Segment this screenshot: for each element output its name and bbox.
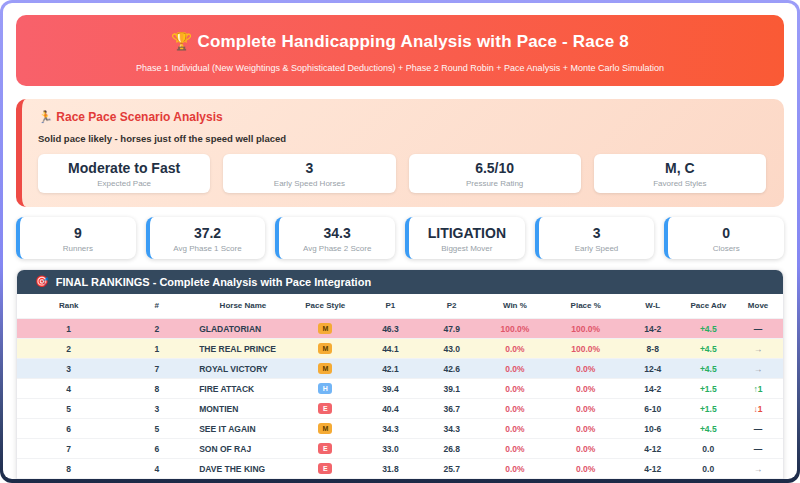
pace-card-label: Pressure Rating [413,179,577,188]
table-row: 5 3 MONTIEN E 40.4 36.7 0.0% 0.0% 6-10 +… [17,399,783,419]
rank-cell: 6 [17,419,120,439]
pace-style-cell: M [293,339,358,359]
move-indicator: ↑1 [754,384,763,394]
p2-cell: 47.9 [423,319,480,339]
wl-cell: 0-16 [622,479,683,480]
page-title: 🏆 Complete Handicapping Analysis with Pa… [26,31,774,52]
p1-cell: 46.3 [358,319,423,339]
p1-cell: 23.2 [358,479,423,480]
pace-card-label: Favored Styles [598,179,762,188]
pace-style-badge: M [318,423,332,434]
number-cell: 1 [120,339,193,359]
pace-style-cell: H [293,479,358,480]
pace-adv-cell: +4.5 [683,419,733,439]
move-indicator: — [754,444,763,454]
stat-label: Runners [22,244,134,253]
pace-card-value: 3 [227,160,391,176]
number-cell: 4 [120,459,193,479]
pace-style-cell: M [293,319,358,339]
p2-cell: 42.6 [423,359,480,379]
pace-scenario-section: 🏃 Race Pace Scenario Analysis Solid pace… [16,99,784,207]
stat-card-early-speed: 3 Early Speed [535,217,655,259]
pace-style-badge: E [318,463,332,474]
move-cell: — [733,419,783,439]
table-row: 3 7 ROYAL VICTORY M 42.1 42.6 0.0% 0.0% … [17,359,783,379]
column-header-pace-adv: Pace Adv [683,294,733,319]
pace-card-value: Moderate to Fast [42,160,206,176]
wl-cell: 4-12 [622,439,683,459]
stat-card-avg-phase1: 37.2 Avg Phase 1 Score [146,217,266,259]
win-pct-cell: 0.0% [480,439,549,459]
wl-cell: 6-10 [622,399,683,419]
column-header-move: Move [733,294,783,319]
place-pct-cell: 100.0% [549,319,622,339]
pace-section-title: 🏃 Race Pace Scenario Analysis [38,110,766,124]
number-cell: 2 [120,319,193,339]
table-row: 6 5 SEE IT AGAIN M 34.3 34.3 0.0% 0.0% 1… [17,419,783,439]
stat-value: 3 [541,225,653,241]
move-indicator: → [754,464,763,474]
pace-card-favored-styles: M, C Favored Styles [594,154,766,193]
p2-cell: 34.3 [423,419,480,439]
number-cell: 9 [120,479,193,480]
pace-style-badge: M [318,343,332,354]
pace-adv-cell: +4.5 [683,339,733,359]
pace-card-expected-pace: Moderate to Fast Expected Pace [38,154,210,193]
win-pct-cell: 0.0% [480,359,549,379]
place-pct-cell: 0.0% [549,459,622,479]
stat-value: 9 [22,225,134,241]
pace-adv-cell: 0.0 [683,439,733,459]
stat-value: 37.2 [152,225,264,241]
number-cell: 7 [120,359,193,379]
pace-style-cell: H [293,379,358,399]
move-cell: → [733,459,783,479]
rank-cell: 7 [17,439,120,459]
column-header-number: # [120,294,193,319]
move-cell: → [733,359,783,379]
stat-card-runners: 9 Runners [16,217,136,259]
page: 🏆 Complete Handicapping Analysis with Pa… [3,3,797,479]
stat-value: LITIGATION [411,225,523,241]
move-indicator: ↓1 [754,404,763,414]
p1-cell: 42.1 [358,359,423,379]
stat-label: Biggest Mover [411,244,523,253]
horse-name-cell: FIRE ATTACK [193,379,293,399]
horse-name-cell: ROYAL VICTORY [193,359,293,379]
p1-cell: 34.3 [358,419,423,439]
column-header-p2: P2 [423,294,480,319]
horse-name-cell: SON OF RAJ [193,439,293,459]
stat-value: 34.3 [281,225,393,241]
horse-name-cell: GLADATORIAN [193,319,293,339]
p1-cell: 31.8 [358,459,423,479]
move-indicator: → [754,364,763,374]
stat-label: Closers [670,244,782,253]
rank-cell: 9 [17,479,120,480]
header-banner: 🏆 Complete Handicapping Analysis with Pa… [16,15,784,86]
summary-stats-row: 9 Runners 37.2 Avg Phase 1 Score 34.3 Av… [16,217,784,259]
place-pct-cell: 0.0% [549,379,622,399]
pace-style-badge: M [318,323,332,334]
rankings-table: Rank # Horse Name Pace Style P1 P2 Win %… [17,294,783,479]
window-frame: 🏆 Complete Handicapping Analysis with Pa… [0,0,800,483]
horse-name-cell: THE REAL PRINCE [193,339,293,359]
win-pct-cell: 0.0% [480,479,549,480]
pace-style-badge: H [318,383,332,394]
win-pct-cell: 0.0% [480,419,549,439]
pace-card-value: M, C [598,160,762,176]
place-pct-cell: 0.0% [549,399,622,419]
win-pct-cell: 0.0% [480,339,549,359]
pace-adv-cell: +1.5 [683,399,733,419]
pace-adv-cell: +1.5 [683,379,733,399]
pace-style-cell: E [293,459,358,479]
pace-style-cell: M [293,359,358,379]
number-cell: 6 [120,439,193,459]
move-cell: ↑1 [733,379,783,399]
stat-label: Avg Phase 2 Score [281,244,393,253]
column-header-wl: W-L [622,294,683,319]
pace-card-label: Early Speed Horses [227,179,391,188]
move-indicator: → [754,344,763,354]
stat-label: Early Speed [541,244,653,253]
horse-name-cell: MONTIEN [193,399,293,419]
rank-cell: 4 [17,379,120,399]
place-pct-cell: 0.0% [549,419,622,439]
